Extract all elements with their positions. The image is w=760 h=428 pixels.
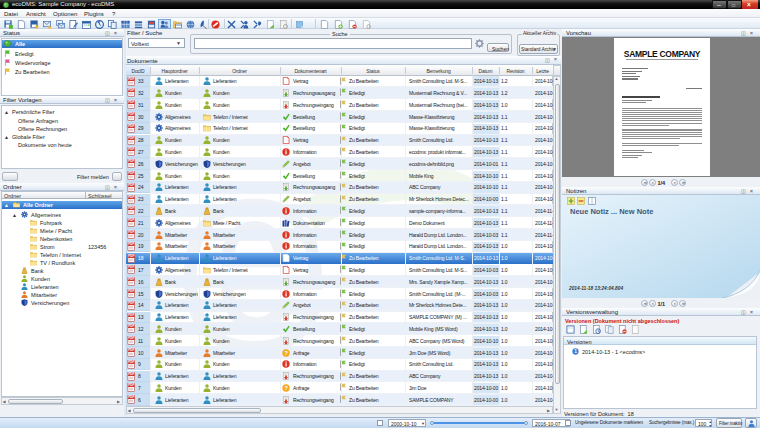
svg-text:PDF: PDF xyxy=(128,195,134,199)
svg-text:PDF: PDF xyxy=(128,278,134,282)
svg-text:PDF: PDF xyxy=(128,360,134,364)
svg-text:PDF: PDF xyxy=(128,77,134,81)
svg-text:PDF: PDF xyxy=(128,313,134,317)
svg-text:PDF: PDF xyxy=(128,101,134,105)
svg-text:PDF: PDF xyxy=(128,183,134,187)
svg-text:PDF: PDF xyxy=(128,372,134,376)
svg-text:1: 1 xyxy=(574,349,577,354)
svg-text:PDF: PDF xyxy=(128,124,134,128)
svg-text:PDF: PDF xyxy=(128,219,134,223)
svg-text:?: ? xyxy=(284,385,288,391)
svg-text:PDF: PDF xyxy=(128,289,134,293)
svg-text:PDF: PDF xyxy=(128,160,134,164)
svg-text:PDF: PDF xyxy=(128,301,134,305)
svg-text:PDF: PDF xyxy=(128,384,134,388)
svg-text:PDF: PDF xyxy=(128,230,134,234)
svg-text:PDF: PDF xyxy=(128,207,134,211)
svg-text:PDF: PDF xyxy=(128,89,134,93)
svg-text:PDF: PDF xyxy=(128,148,134,152)
svg-text:PDF: PDF xyxy=(128,337,134,341)
svg-text:PDF: PDF xyxy=(128,242,134,246)
svg-text:PDF: PDF xyxy=(128,325,134,329)
svg-text:?: ? xyxy=(284,350,288,356)
svg-text:PDF: PDF xyxy=(128,266,134,270)
svg-text:PDF: PDF xyxy=(128,254,134,258)
svg-text:PDF: PDF xyxy=(128,112,134,116)
svg-text:PDF: PDF xyxy=(128,348,134,352)
svg-text:PDF: PDF xyxy=(128,396,134,400)
svg-text:PDF: PDF xyxy=(128,171,134,175)
svg-text:PDF: PDF xyxy=(128,136,134,140)
